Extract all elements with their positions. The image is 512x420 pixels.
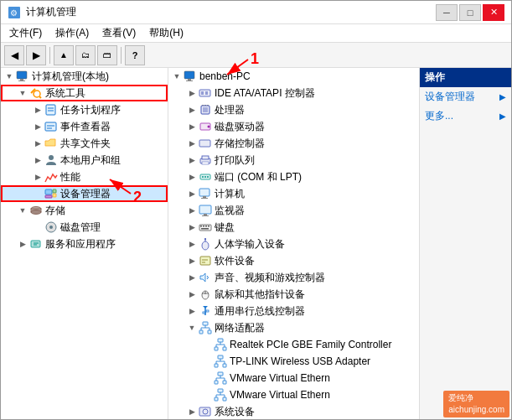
svg-rect-58 — [208, 226, 209, 227]
device-item-com[interactable]: ▶ 端口 (COM 和 LPT) — [168, 169, 419, 185]
title-bar: ⚙ 计算机管理 ─ □ ✕ — [1, 1, 511, 24]
device-item-usb[interactable]: ▶ 通用串行总线控制器 — [168, 303, 419, 319]
device-item-keyboard[interactable]: ▶ 键盘 — [168, 219, 419, 236]
svg-rect-24 — [31, 241, 40, 247]
tree-item-root-label: 计算机管理(本地) — [32, 70, 109, 84]
device-item-vmware2[interactable]: ▶ VMware Virtual Ethern — [168, 386, 419, 403]
device-item-sound[interactable]: ▶ 声音、视频和游戏控制器 — [168, 269, 419, 286]
tree-item-storage[interactable]: ▼ 存储 — [1, 202, 168, 219]
forward-button[interactable]: ▶ — [26, 45, 46, 65]
com-label: 端口 (COM 和 LPT) — [215, 170, 302, 184]
left-panel: ▼ 计算机管理(本地) ▼ — [1, 68, 168, 419]
help-button[interactable]: ? — [125, 45, 145, 65]
device-mgr-icon — [44, 187, 58, 200]
pc-label: benben-PC — [199, 70, 251, 82]
menu-help[interactable]: 帮助(H) — [144, 24, 189, 42]
tree-item-services[interactable]: ▶ 服务和应用程序 — [1, 236, 168, 252]
expand-icon: ▼ — [3, 70, 16, 83]
svg-rect-32 — [205, 91, 208, 95]
device-item-hid[interactable]: ▶ 人体学输入设备 — [168, 236, 419, 252]
close-button[interactable]: ✕ — [483, 4, 504, 21]
device-item-net[interactable]: ▼ 网络适配器 — [168, 319, 419, 336]
minimize-button[interactable]: ─ — [436, 4, 458, 21]
svg-rect-28 — [188, 79, 191, 80]
menu-action[interactable]: 操作(A) — [50, 24, 94, 42]
com-icon — [199, 170, 212, 184]
device-item-cpu[interactable]: ▶ 处理器 — [168, 101, 419, 118]
keyboard-icon — [199, 220, 212, 234]
svg-rect-42 — [202, 156, 209, 159]
expand-mouse: ▶ — [185, 288, 199, 301]
menu-bar: 文件(F) 操作(A) 查看(V) 帮助(H) — [1, 24, 511, 43]
svg-rect-90 — [223, 364, 226, 367]
action-arrow-2: ▶ — [499, 111, 506, 121]
expand-soft: ▶ — [185, 254, 199, 267]
svg-rect-97 — [223, 381, 226, 384]
svg-point-46 — [204, 176, 206, 178]
mouse-label: 鼠标和其他指针设备 — [215, 288, 305, 302]
action-device-mgr-label: 设备管理器 — [425, 90, 475, 104]
tree-item-device-mgr[interactable]: ▶ 设备管理器 — [1, 185, 168, 202]
device-item-print[interactable]: ▶ 打印队列 — [168, 152, 419, 169]
tree-item-disk[interactable]: ▶ 磁盘管理 — [1, 219, 168, 236]
svg-rect-53 — [202, 215, 209, 216]
print-label: 打印队列 — [215, 153, 255, 168]
device-item-tplink[interactable]: ▶ TP-LINK Wireless USB Adapter — [168, 353, 419, 370]
storage-icon — [29, 204, 43, 217]
printer-icon — [199, 153, 212, 167]
device-item-sys[interactable]: ▶ 系统设备 — [168, 403, 419, 419]
device-item-storage-ctrl[interactable]: ▶ 存储控制器 — [168, 135, 419, 152]
action-more[interactable]: 更多... ▶ — [420, 106, 511, 126]
expand-hid: ▶ — [185, 237, 199, 251]
device-item-ide[interactable]: ▶ IDE ATA/ATAPI 控制器 — [168, 85, 419, 101]
disk-icon — [44, 220, 58, 234]
tree-item-share[interactable]: ▶ 共享文件夹 — [1, 135, 168, 152]
expand-icon-storage: ▼ — [16, 204, 29, 217]
svg-rect-104 — [223, 397, 226, 401]
realtek-label: Realtek PCIe GBE Family Controller — [230, 339, 391, 350]
menu-view[interactable]: 查看(V) — [97, 24, 141, 42]
device-mgr-label: 设备管理器 — [60, 187, 111, 201]
action-device-mgr[interactable]: 设备管理器 ▶ — [420, 87, 511, 106]
svg-rect-52 — [204, 214, 207, 215]
up-button[interactable]: ▲ — [54, 45, 74, 65]
tree-item-perf[interactable]: ▶ 性能 — [1, 169, 168, 185]
storage-ctrl-label: 存储控制器 — [215, 137, 265, 151]
svg-rect-96 — [215, 381, 218, 384]
maximize-button[interactable]: □ — [459, 4, 481, 21]
toolbar-btn-3[interactable]: 🗂 — [75, 45, 96, 65]
ide-icon — [199, 86, 212, 100]
watermark-line2: aichunjing.com — [448, 404, 504, 416]
expand-print: ▶ — [185, 153, 199, 167]
back-button[interactable]: ◀ — [4, 45, 24, 65]
svg-rect-57 — [205, 226, 207, 227]
tplink-label: TP-LINK Wireless USB Adapter — [230, 355, 370, 367]
task-label: 任务计划程序 — [60, 103, 121, 117]
device-item-realtek[interactable]: ▶ Realtek PCIe GBE Family Controller — [168, 336, 419, 353]
svg-rect-4 — [18, 80, 25, 81]
svg-rect-18 — [45, 195, 52, 198]
device-item-soft[interactable]: ▶ 软件设备 — [168, 252, 419, 269]
device-tree-root[interactable]: ▼ benben-PC — [168, 68, 419, 85]
menu-file[interactable]: 文件(F) — [4, 24, 47, 42]
svg-rect-51 — [199, 205, 211, 214]
device-item-vmware1[interactable]: ▶ VMware Virtual Ethern — [168, 370, 419, 386]
device-item-monitor[interactable]: ▶ 监视器 — [168, 202, 419, 219]
tree-item-user[interactable]: ▶ 本地用户和组 — [1, 152, 168, 169]
device-item-computer[interactable]: ▶ 计算机 — [168, 185, 419, 202]
svg-rect-55 — [200, 226, 202, 227]
toolbar-btn-4[interactable]: 🗃 — [97, 45, 117, 65]
tree-item-sys-tools[interactable]: ▼ 系统工具 — [1, 85, 168, 101]
monitor-label: 监视器 — [215, 204, 245, 218]
expand-storage-ctrl: ▶ — [185, 137, 199, 150]
expand-sound: ▶ — [185, 271, 199, 284]
tree-item-event[interactable]: ▶ 事件查看器 — [1, 118, 168, 135]
device-item-mouse[interactable]: ▶ 鼠标和其他指针设备 — [168, 286, 419, 303]
tree-item-task[interactable]: ▶ 任务计划程序 — [1, 101, 168, 118]
hid-label: 人体学输入设备 — [215, 237, 285, 251]
svg-rect-89 — [215, 364, 218, 367]
tree-item-root[interactable]: ▼ 计算机管理(本地) — [1, 68, 168, 85]
svg-point-47 — [207, 176, 209, 178]
device-item-disk[interactable]: ▶ 磁盘驱动器 — [168, 118, 419, 135]
storage-label: 存储 — [45, 204, 65, 218]
